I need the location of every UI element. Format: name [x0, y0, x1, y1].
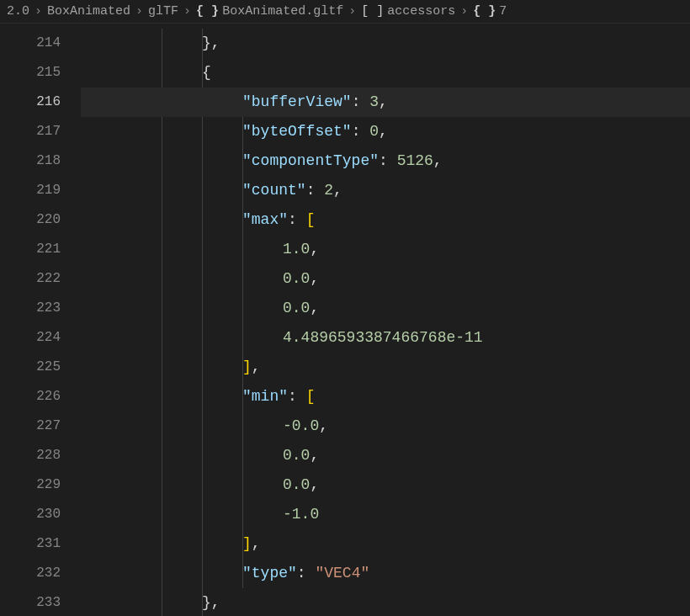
code-line[interactable]: },: [81, 29, 690, 58]
code-line[interactable]: -1.0: [81, 500, 690, 529]
line-number: 220: [0, 205, 81, 235]
token-colon: :: [352, 93, 370, 110]
token-bracket: ]: [242, 535, 252, 552]
token-colon: :: [379, 152, 397, 169]
token-number: 0.0: [283, 447, 310, 464]
token-comma: ,: [310, 476, 319, 493]
token-comma: ,: [433, 152, 443, 169]
token-string: "VEC4": [315, 565, 369, 581]
token-comma: ,: [252, 535, 261, 552]
token-number: 0.0: [283, 270, 310, 287]
line-number: 226: [0, 382, 81, 412]
token-comma: ,: [310, 300, 319, 316]
chevron-right-icon: ›: [460, 4, 468, 19]
chevron-right-icon: ›: [135, 4, 143, 19]
token-number: 1.0: [283, 241, 310, 258]
token-number: -0.0: [283, 417, 319, 434]
token-comma: ,: [379, 123, 388, 140]
code-line[interactable]: ],: [81, 353, 690, 382]
code-editor[interactable]: 2142152162172182192202212222232242252262…: [0, 24, 690, 616]
token-comma: ,: [310, 447, 319, 464]
token-number: 0: [369, 123, 379, 140]
line-number: 229: [0, 470, 81, 500]
breadcrumb-item[interactable]: { } BoxAnimated.gltf: [196, 4, 343, 19]
breadcrumb-item[interactable]: [ ] accessors: [361, 4, 455, 19]
code-line[interactable]: 0.0,: [81, 441, 690, 470]
line-number: 228: [0, 441, 81, 470]
line-number: 232: [0, 559, 81, 588]
line-number: 231: [0, 529, 81, 559]
breadcrumb-label: 2.0: [7, 4, 29, 19]
line-number: 214: [0, 29, 81, 58]
code-line[interactable]: 0.0,: [81, 470, 690, 500]
token-key: "bufferView": [242, 93, 352, 110]
token-key: "max": [242, 211, 288, 228]
breadcrumb[interactable]: 2.0›BoxAnimated›glTF›{ } BoxAnimated.glt…: [0, 0, 690, 24]
token-number: 0.0: [283, 300, 310, 316]
line-number: 230: [0, 500, 81, 529]
code-line[interactable]: 4.4896593387466768e-11: [81, 323, 690, 353]
token-colon: :: [288, 388, 306, 405]
token-brace: {: [202, 64, 211, 81]
code-line[interactable]: {: [81, 58, 690, 88]
line-number: 221: [0, 235, 81, 264]
line-number: 224: [0, 323, 81, 353]
code-line[interactable]: "type": "VEC4": [81, 559, 690, 588]
line-number: 233: [0, 588, 81, 616]
token-key: "type": [242, 565, 297, 581]
code-line[interactable]: },: [81, 588, 690, 616]
token-bracket: ]: [242, 358, 252, 375]
token-brace: }: [202, 35, 211, 51]
code-line[interactable]: 0.0,: [81, 294, 690, 323]
breadcrumb-item[interactable]: glTF: [148, 4, 178, 19]
line-number: 215: [0, 58, 81, 88]
breadcrumb-item[interactable]: 2.0: [7, 4, 29, 19]
token-comma: ,: [211, 35, 220, 51]
line-number: 225: [0, 353, 81, 382]
line-number: 227: [0, 412, 81, 441]
token-comma: ,: [310, 270, 319, 287]
code-line[interactable]: "count": 2,: [81, 176, 690, 205]
breadcrumb-item[interactable]: BoxAnimated: [47, 4, 130, 19]
line-number: 218: [0, 146, 81, 176]
token-comma: ,: [211, 594, 220, 611]
token-number: -1.0: [283, 506, 319, 523]
code-line[interactable]: "byteOffset": 0,: [81, 117, 690, 146]
token-bracket: [: [306, 388, 316, 405]
token-brace: }: [202, 594, 211, 611]
token-bracket: [: [306, 211, 316, 228]
token-comma: ,: [310, 241, 319, 258]
code-line[interactable]: "componentType": 5126,: [81, 146, 690, 176]
token-comma: ,: [319, 417, 328, 434]
code-line[interactable]: 0.0,: [81, 264, 690, 294]
code-area[interactable]: },{"bufferView": 3,"byteOffset": 0,"comp…: [81, 24, 690, 616]
breadcrumb-item[interactable]: { } 7: [473, 4, 507, 19]
breadcrumb-label: glTF: [148, 4, 178, 19]
token-comma: ,: [379, 93, 388, 110]
breadcrumb-label: BoxAnimated.gltf: [222, 4, 343, 19]
token-key: "componentType": [242, 152, 379, 169]
code-line[interactable]: 1.0,: [81, 235, 690, 264]
line-number: 219: [0, 176, 81, 205]
token-key: "byteOffset": [242, 123, 352, 140]
brackets-icon: [ ]: [361, 4, 384, 19]
line-number-gutter: 2142152162172182192202212222232242252262…: [0, 24, 81, 616]
line-number: 217: [0, 117, 81, 146]
code-line[interactable]: "min": [: [81, 382, 690, 412]
breadcrumb-label: 7: [499, 4, 507, 19]
line-number: 223: [0, 294, 81, 323]
token-comma: ,: [252, 358, 261, 375]
token-number: 5126: [397, 152, 433, 169]
token-key: "min": [242, 388, 288, 405]
braces-icon: { }: [196, 4, 219, 19]
breadcrumb-label: BoxAnimated: [47, 4, 130, 19]
code-line[interactable]: "bufferView": 3,: [81, 88, 690, 117]
line-number: 216: [0, 88, 81, 117]
token-colon: :: [306, 182, 325, 199]
token-colon: :: [288, 211, 306, 228]
token-comma: ,: [333, 182, 342, 199]
chevron-right-icon: ›: [34, 4, 42, 19]
code-line[interactable]: ],: [81, 529, 690, 559]
code-line[interactable]: "max": [: [81, 205, 690, 235]
code-line[interactable]: -0.0,: [81, 412, 690, 441]
